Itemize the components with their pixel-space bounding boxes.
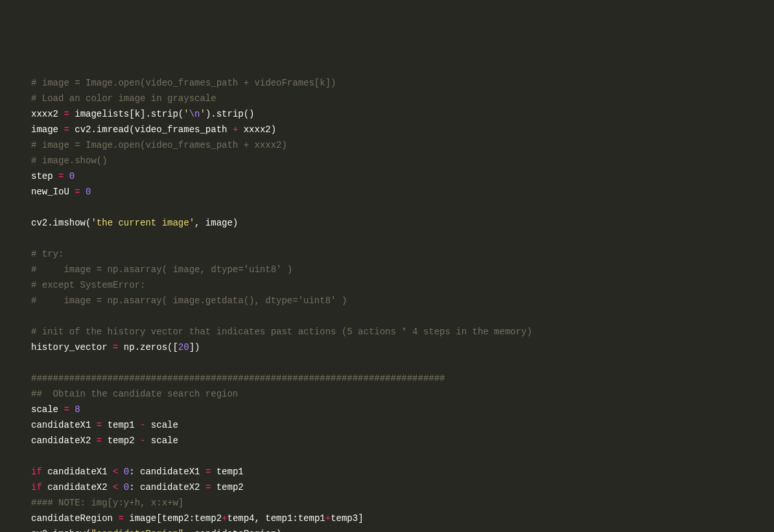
operator: = [58,124,75,135]
number: 0 [124,482,129,492]
code-line-21: ## Obtain the candidate search region [31,386,774,402]
comment: # image = Image.open(video_frames_path +… [31,78,336,88]
code-line-11 [31,231,774,246]
operator: = [113,513,129,524]
expr: cv2.imread(video_frames_path [75,124,233,135]
expr: candidateX2 [42,482,113,492]
expr: scale [145,420,178,430]
code-line-14: # except SystemError: [31,277,774,293]
variable: candidateX1 [140,467,200,477]
code-line-22: scale = 8 [31,402,774,417]
number: 0 [69,171,75,181]
number: 20 [178,342,189,353]
expr: temp2 [108,435,140,446]
escape: \n [189,109,200,119]
comment: # init of the history vector that indica… [31,327,532,337]
code-line-2: # Load an color image in grayscale [31,91,774,106]
code-line-10: cv2.imshow('the current image', image) [31,215,774,231]
code-line-26: if candidateX1 < 0: candidateX1 = temp1 [31,464,774,480]
code-line-12: # try: [31,246,774,262]
expr: , image) [194,218,238,228]
variable: candidateX2 [31,435,91,446]
variable: xxxx2 [31,109,58,119]
string: 'the current image' [91,218,194,228]
number: 0 [124,467,129,477]
code-line-25 [31,448,774,464]
code-line-13: # image = np.asarray( image, dtype='uint… [31,262,774,277]
comment: # except SystemError: [31,280,145,290]
number: 0 [86,187,91,197]
code-line-9 [31,200,774,215]
comment: ## Obtain the candidate search region [31,389,238,399]
variable: candidateX1 [31,420,91,430]
expr: scale [145,435,178,446]
number: 8 [75,404,80,415]
comment: # image = np.asarray( image, dtype='uint… [31,264,292,275]
operator: = [91,435,107,446]
expr: image[temp2:temp2 [129,513,222,524]
expr: candidateX1 [42,467,113,477]
expr: temp1 [217,467,244,477]
code-line-29: candidateRegion = image[temp2:temp2+temp… [31,511,774,526]
expr: cv2.imshow( [31,218,91,228]
operator: = [58,404,75,415]
code-line-24: candidateX2 = temp2 - scale [31,433,774,448]
expr: temp2 [217,482,244,492]
expr: ]) [189,342,200,353]
keyword-if: if [31,482,42,492]
operator: = [200,482,216,492]
code-line-7: step = 0 [31,168,774,184]
code-line-23: candidateX1 = temp1 - scale [31,417,774,433]
variable: scale [31,404,58,415]
expr: cv2.imshow( [31,529,91,532]
keyword-if: if [31,467,42,477]
expr: temp4, temp1:temp1 [227,513,325,524]
variable: image [31,124,58,135]
comment: ########################################… [31,373,445,384]
expr: xxxx2) [238,124,276,135]
operator: = [200,467,216,477]
code-line-19 [31,355,774,371]
comment: #### NOTE: img[y:y+h, x:x+w] [31,498,183,508]
code-line-4: image = cv2.imread(video_frames_path + x… [31,122,774,137]
code-line-17: # init of the history vector that indica… [31,324,774,340]
operator: = [91,420,107,430]
comment: # image.show() [31,156,108,166]
string: "candidateRegion" [91,529,183,532]
comment: # try: [31,249,64,259]
operator: = [108,342,124,353]
space [118,482,123,492]
code-line-28: #### NOTE: img[y:y+h, x:x+w] [31,495,774,511]
code-line-5: # image = Image.open(video_frames_path +… [31,137,774,153]
operator: + [325,513,331,524]
colon: : [129,482,140,492]
expr: , candidateRegion) [183,529,281,532]
variable: new_IoU [31,187,69,197]
code-line-16 [31,308,774,324]
comment: # image = Image.open(video_frames_path +… [31,140,287,150]
code-block[interactable]: # image = Image.open(video_frames_path +… [31,75,774,532]
expr: imagelists[k].strip( [75,109,183,119]
string-close: ' [200,109,205,119]
operator: = [53,171,69,181]
expr: ).strip() [205,109,255,119]
code-line-15: # image = np.asarray( image.getdata(), d… [31,293,774,308]
space [118,467,123,477]
code-line-6: # image.show() [31,153,774,168]
colon: : [129,467,140,477]
variable: candidateX2 [140,482,200,492]
code-line-30: cv2.imshow("candidateRegion", candidateR… [31,526,774,532]
variable: candidateRegion [31,513,113,524]
expr: np.zeros([ [124,342,178,353]
code-line-8: new_IoU = 0 [31,184,774,200]
comment: # Load an color image in grayscale [31,93,217,104]
code-line-27: if candidateX2 < 0: candidateX2 = temp2 [31,480,774,495]
variable: step [31,171,53,181]
string-open: ' [183,109,189,119]
code-line-3: xxxx2 = imagelists[k].strip('\n').strip(… [31,106,774,122]
operator: = [58,109,75,119]
variable: history_vector [31,342,108,353]
code-line-20: ########################################… [31,371,774,386]
comment: # image = np.asarray( image.getdata(), d… [31,295,347,306]
code-line-18: history_vector = np.zeros([20]) [31,340,774,355]
